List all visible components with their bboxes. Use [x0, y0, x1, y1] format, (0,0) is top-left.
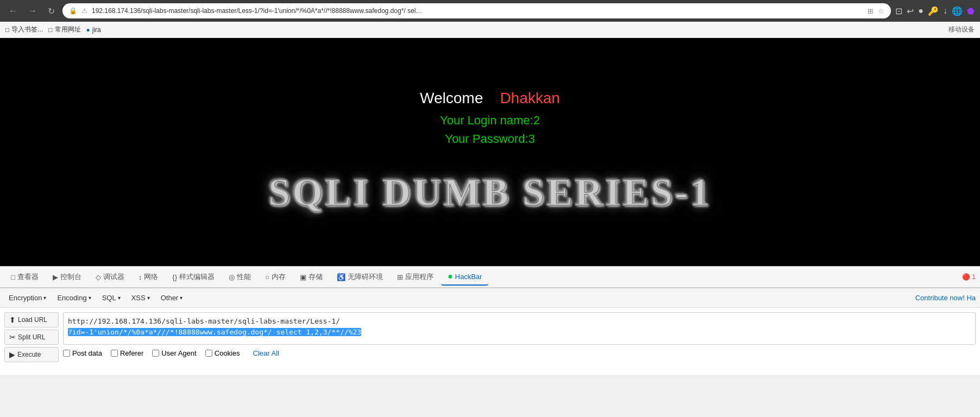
mobile-device-label[interactable]: 移动设备: [948, 25, 975, 34]
url-textarea[interactable]: http://192.168.174.136/sqli-labs-master/…: [63, 312, 976, 345]
hackbar-menu: Encryption Encoding SQL XSS Other Contri…: [0, 288, 980, 308]
xss-label: XSS: [131, 294, 146, 302]
tab-application[interactable]: ⊞ 应用程序: [391, 269, 440, 285]
browser-right-icons: ⊡ ↩ ● 🔑 ↓ 🌐 ⬟: [895, 6, 975, 16]
menu-sql[interactable]: SQL: [98, 292, 125, 304]
nav-back-button[interactable]: ←: [5, 4, 21, 18]
tab-storage[interactable]: ▣ 存储: [293, 269, 329, 285]
address-bar[interactable]: 🔒 ⚠ 192.168.174.136/sqli-labs-master/sql…: [62, 3, 891, 18]
profile-icon[interactable]: 🔑: [928, 6, 939, 16]
split-url-button[interactable]: ✂ Split URL: [4, 330, 59, 345]
user-agent-label: User Agent: [161, 349, 196, 357]
menu-xss[interactable]: XSS: [127, 292, 154, 304]
address-text: 192.168.174.136/sqli-labs-master/sqli-la…: [92, 7, 863, 15]
avatar-icon[interactable]: ⬟: [967, 6, 975, 16]
contribute-link[interactable]: Contribute now! Ha: [915, 294, 976, 302]
hackbar-body: ⬆ Load URL ✂ Split URL ▶ Execute http://…: [0, 308, 980, 367]
style-label: 样式编辑器: [179, 272, 215, 282]
hackbar-dot-icon: ●: [448, 271, 453, 281]
storage-label: 存储: [309, 272, 323, 282]
sync-icon[interactable]: ●: [918, 6, 924, 16]
checkbox-cookies[interactable]: Cookies: [205, 349, 240, 357]
debugger-label: 调试器: [103, 272, 124, 282]
history-icon[interactable]: ↩: [907, 6, 914, 16]
console-label: 控制台: [60, 272, 81, 282]
security-icon: 🔒: [69, 7, 77, 15]
globe-icon[interactable]: 🌐: [952, 6, 963, 16]
menu-other[interactable]: Other: [156, 292, 187, 304]
tab-style-editor[interactable]: {} 样式编辑器: [166, 269, 221, 285]
post-data-checkbox[interactable]: [63, 350, 70, 357]
checkbox-referer[interactable]: Referer: [111, 349, 143, 357]
memory-icon: ○: [265, 273, 269, 281]
checkbox-user-agent[interactable]: User Agent: [152, 349, 196, 357]
tab-network[interactable]: ↕ 网络: [132, 269, 165, 285]
menu-encoding[interactable]: Encoding: [53, 292, 95, 304]
performance-label: 性能: [237, 272, 251, 282]
tab-performance[interactable]: ◎ 性能: [222, 269, 257, 285]
load-url-label: Load URL: [18, 316, 47, 324]
welcome-text: Welcome: [420, 90, 483, 106]
welcome-name: Dhakkan: [500, 90, 560, 106]
star-icon[interactable]: ☆: [878, 7, 884, 15]
nav-forward-button[interactable]: →: [25, 4, 40, 18]
tab-hackbar[interactable]: ● HackBar: [441, 268, 489, 286]
referer-checkbox[interactable]: [111, 350, 118, 357]
hackbar-checkboxes: Post data Referer User Agent Cookies Cle…: [63, 349, 976, 357]
cert-icon: ⚠: [81, 7, 87, 15]
split-url-label: Split URL: [18, 333, 46, 341]
sql-label: SQL: [102, 294, 116, 302]
password-text: Your Password:3: [445, 132, 535, 146]
split-url-icon: ✂: [9, 333, 16, 342]
tab-debugger[interactable]: ◇ 调试器: [89, 269, 131, 285]
download-icon[interactable]: ↓: [943, 6, 947, 16]
accessibility-icon: ♿: [337, 273, 345, 281]
cookies-label: Cookies: [215, 349, 240, 357]
extensions-icon[interactable]: ⊡: [895, 6, 902, 16]
user-agent-checkbox[interactable]: [152, 350, 159, 357]
page-title-image: SQLI DUMB SERIES-1: [268, 170, 712, 215]
execute-button[interactable]: ▶ Execute: [4, 347, 59, 362]
bookmark-import[interactable]: □ 导入书签...: [5, 25, 43, 34]
network-label: 网络: [144, 272, 158, 282]
application-label: 应用程序: [405, 272, 434, 282]
tab-memory[interactable]: ○ 内存: [259, 269, 292, 285]
hackbar-label: HackBar: [455, 273, 482, 281]
url-highlighted-part: ?id=-1'union/*/%0a*a*///*!88888www.safed…: [68, 328, 361, 336]
error-badge: 🔴 1: [962, 273, 976, 281]
tab-inspector[interactable]: □ 查看器: [4, 269, 45, 285]
accessibility-label: 无障碍环境: [348, 272, 383, 282]
grid-icon: ⊞: [868, 7, 874, 15]
browser-chrome: ← → ↻ 🔒 ⚠ 192.168.174.136/sqli-labs-mast…: [0, 0, 980, 22]
other-label: Other: [161, 294, 179, 302]
checkbox-post-data[interactable]: Post data: [63, 349, 102, 357]
bookmark-common[interactable]: □ 常用网址: [48, 25, 80, 34]
url-normal-part: http://192.168.174.136/sqli-labs-master/…: [68, 317, 340, 325]
execute-label: Execute: [17, 351, 41, 358]
hackbar-sidebar: ⬆ Load URL ✂ Split URL ▶ Execute: [4, 312, 59, 362]
cookies-checkbox[interactable]: [205, 350, 212, 357]
bookmark-common-icon: □: [48, 26, 52, 34]
debugger-icon: ◇: [96, 273, 101, 281]
tab-console[interactable]: ▶ 控制台: [46, 269, 88, 285]
nav-refresh-button[interactable]: ↻: [45, 4, 58, 18]
encryption-label: Encryption: [9, 294, 42, 302]
style-icon: {}: [172, 273, 177, 281]
hackbar-container: Encryption Encoding SQL XSS Other Contri…: [0, 288, 980, 375]
clear-all-button[interactable]: Clear All: [253, 349, 279, 357]
login-name-text: Your Login name:2: [440, 113, 540, 128]
welcome-line: Welcome Dhakkan: [420, 90, 560, 107]
storage-icon: ▣: [300, 273, 306, 281]
menu-encryption[interactable]: Encryption: [4, 292, 51, 304]
memory-label: 内存: [272, 272, 286, 282]
network-icon: ↕: [139, 273, 142, 281]
encoding-label: Encoding: [57, 294, 86, 302]
bookmark-import-icon: □: [5, 26, 9, 34]
main-content: Welcome Dhakkan Your Login name:2 Your P…: [0, 38, 980, 266]
performance-icon: ◎: [229, 273, 235, 281]
bookmark-jira[interactable]: ● jira: [86, 26, 101, 34]
referer-label: Referer: [120, 349, 143, 357]
load-url-button[interactable]: ⬆ Load URL: [4, 312, 59, 327]
bookmarks-bar: □ 导入书签... □ 常用网址 ● jira 移动设备: [0, 22, 980, 38]
tab-accessibility[interactable]: ♿ 无障碍环境: [330, 269, 390, 285]
